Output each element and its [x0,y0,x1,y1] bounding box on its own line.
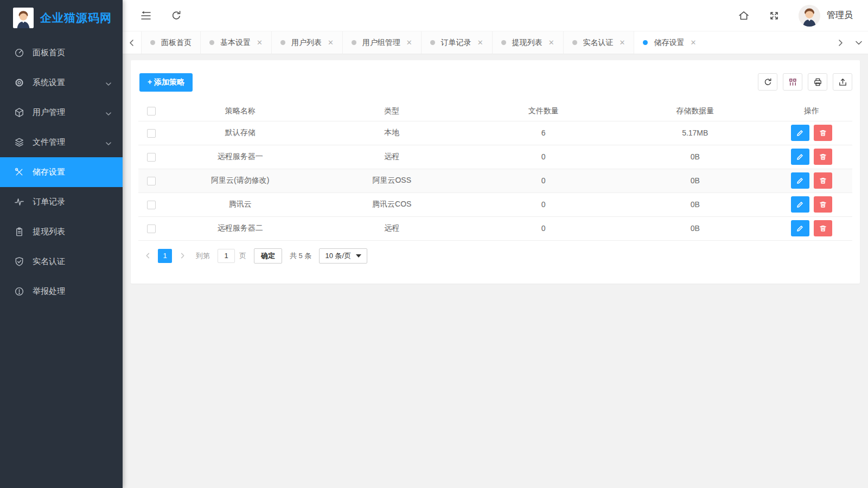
edit-button[interactable] [791,220,809,236]
chevron-down-icon [105,80,112,86]
table-export-icon[interactable] [833,73,852,91]
main-area: 管理员 面板首页 基本设置 ✕ 用户列表 ✕ 用户组管理 ✕ 订单记录 ✕ [123,0,868,488]
cell-file-count: 0 [468,216,620,240]
table-row: 阿里云(请勿修改) 阿里云OSS 0 0B [138,169,852,192]
sidebar-item-report-handling[interactable]: 举报处理 [0,277,123,306]
brand-title: 企业猫源码网 [40,10,112,25]
home-icon[interactable] [738,10,750,22]
tab-label: 面板首页 [161,38,192,48]
cell-storage: 0B [620,216,771,240]
tab-order-records[interactable]: 订单记录 ✕ [421,31,492,54]
close-icon[interactable]: ✕ [548,39,554,46]
page-number-button[interactable]: 1 [158,249,172,263]
sidebar-item-system-settings[interactable]: 系统设置 [0,68,123,98]
table-print-icon[interactable] [808,73,827,91]
tab-dot-icon [430,40,435,45]
tabs-scroll-left-icon[interactable] [123,31,141,54]
confirm-page-button[interactable]: 确定 [254,248,282,264]
storage-policy-card: + 添加策略 [131,60,860,284]
delete-button[interactable] [814,125,832,141]
shield-check-icon [14,256,24,267]
sidebar-item-file-management[interactable]: 文件管理 [0,127,123,157]
page-input[interactable] [218,249,235,263]
sidebar-item-label: 系统设置 [33,78,65,88]
sidebar-item-realname-auth[interactable]: 实名认证 [0,247,123,277]
row-checkbox[interactable] [147,224,156,233]
table-row: 远程服务器二 远程 0 0B [138,216,852,240]
cell-file-count: 6 [468,121,620,145]
refresh-icon[interactable] [170,10,182,22]
row-checkbox[interactable] [147,129,156,138]
cell-type: 远程 [316,216,468,240]
tab-dot-icon [280,40,285,45]
sidebar-item-user-management[interactable]: 用户管理 [0,98,123,127]
cell-file-count: 0 [468,192,620,216]
content: + 添加策略 [123,54,868,488]
tab-withdraw-list[interactable]: 提现列表 ✕ [492,31,563,54]
col-header-name: 策略名称 [164,101,316,121]
edit-button[interactable] [791,172,809,189]
cell-storage: 5.17MB [620,121,771,145]
fullscreen-icon[interactable] [768,10,780,22]
tab-label: 储存设置 [654,38,684,48]
edit-button[interactable] [791,149,809,165]
edit-button[interactable] [791,196,809,213]
prev-page-icon[interactable] [142,249,154,263]
table-columns-filter-icon[interactable] [783,73,802,91]
total-count-label: 共 5 条 [290,251,311,261]
cell-file-count: 0 [468,169,620,192]
cell-storage: 0B [620,145,771,169]
sidebar-menu: 面板首页 系统设置 用户管理 文件管理 储存设置 订单记录 提现列表 [0,38,123,306]
tab-dashboard[interactable]: 面板首页 [141,31,200,54]
tab-label: 订单记录 [441,38,471,48]
tab-label: 提现列表 [512,38,542,48]
table-row: 远程服务器一 远程 0 0B [138,145,852,169]
collapse-sidebar-icon[interactable] [140,10,152,22]
row-checkbox[interactable] [147,177,156,185]
username[interactable]: 管理员 [827,10,853,21]
close-icon[interactable]: ✕ [328,39,334,46]
sidebar-item-label: 实名认证 [33,256,65,267]
tab-basic-settings[interactable]: 基本设置 ✕ [200,31,271,54]
edit-button[interactable] [791,125,809,141]
delete-button[interactable] [814,149,832,165]
cell-storage: 0B [620,192,771,216]
close-icon[interactable]: ✕ [620,39,626,46]
close-icon[interactable]: ✕ [257,39,263,46]
next-page-icon[interactable] [176,249,188,263]
add-policy-button[interactable]: + 添加策略 [139,73,193,92]
tab-user-list[interactable]: 用户列表 ✕ [271,31,342,54]
tabs-menu-icon[interactable] [850,31,868,54]
page-size-select[interactable]: 10 条/页 [319,248,367,264]
row-checkbox[interactable] [147,153,156,162]
cell-policy-name: 阿里云(请勿修改) [164,169,316,192]
row-checkbox[interactable] [147,201,156,209]
close-icon[interactable]: ✕ [406,39,412,46]
sidebar-item-withdraw-list[interactable]: 提现列表 [0,217,123,247]
sidebar-item-order-records[interactable]: 订单记录 [0,187,123,217]
tabs-scroll-right-icon[interactable] [831,31,850,54]
topbar: 管理员 [123,0,868,31]
tab-realname-auth[interactable]: 实名认证 ✕ [563,31,634,54]
delete-button[interactable] [814,220,832,236]
sidebar-item-dashboard[interactable]: 面板首页 [0,38,123,68]
delete-button[interactable] [814,172,832,189]
delete-button[interactable] [814,196,832,213]
sidebar-item-label: 文件管理 [33,137,65,147]
close-icon[interactable]: ✕ [477,39,483,46]
sidebar-item-label: 举报处理 [33,286,65,297]
chevron-down-icon [105,110,112,116]
tab-storage-settings[interactable]: 储存设置 ✕ [634,31,705,54]
info-circle-icon [14,286,24,297]
tab-user-group[interactable]: 用户组管理 ✕ [342,31,421,54]
sidebar-item-storage-settings[interactable]: 储存设置 [0,157,123,187]
cell-policy-name: 腾讯云 [164,192,316,216]
user-avatar[interactable] [799,5,820,27]
select-all-checkbox[interactable] [147,107,156,115]
brand-logo[interactable]: 企业猫源码网 [0,0,123,36]
pulse-icon [14,197,24,207]
sidebar-item-label: 面板首页 [33,48,65,58]
pagination: 1 到第 页 确定 共 5 条 10 条/页 [138,248,852,264]
close-icon[interactable]: ✕ [690,39,696,46]
table-refresh-icon[interactable] [758,73,777,91]
